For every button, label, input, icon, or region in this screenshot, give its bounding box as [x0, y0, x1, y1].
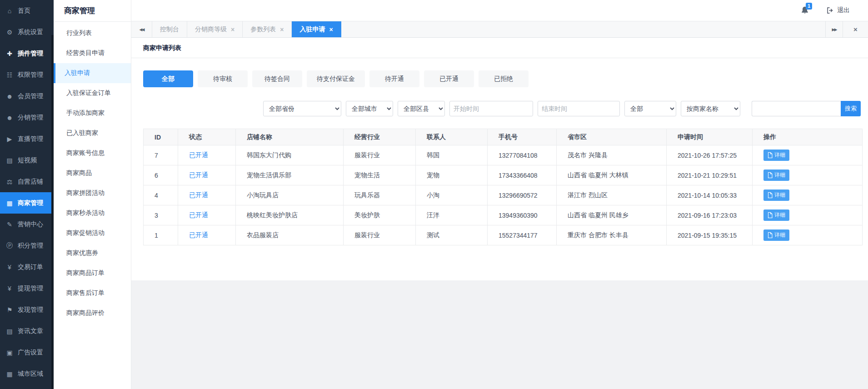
cell-id: 6 [144, 165, 178, 185]
submenu-item[interactable]: 商家商品评价 [54, 303, 131, 323]
document-icon [768, 172, 773, 178]
submenu-item[interactable]: 商家拼团活动 [54, 183, 131, 203]
detail-button[interactable]: 详细 [763, 170, 789, 181]
submenu-item[interactable]: 已入驻商家 [54, 123, 131, 143]
tab-close-icon[interactable]: × [329, 26, 333, 33]
status-filter-button[interactable]: 待签合同 [252, 70, 302, 87]
detail-button[interactable]: 详细 [763, 229, 789, 241]
detail-button[interactable]: 详细 [763, 150, 789, 161]
district-select[interactable]: 全部区县 [398, 101, 445, 116]
search-button[interactable]: 搜索 [841, 101, 861, 116]
detail-button-label: 详细 [774, 211, 785, 219]
sidebar-item-home[interactable]: ⌂首页 [0, 0, 54, 21]
sidebar-item-points[interactable]: Ⓟ积分管理 [0, 235, 54, 256]
tabs-scroll-right-button[interactable]: ▶▶ [825, 21, 843, 37]
notification-badge: 1 [806, 3, 812, 10]
table-row: 3已开通桃映红美妆护肤店美妆护肤汪洋13949360390山西省 临夏州 民雄乡… [144, 205, 863, 225]
status-filter-button[interactable]: 待支付保证金 [307, 70, 365, 87]
cell-id: 7 [144, 145, 178, 165]
sidebar-item-marketing[interactable]: ✎营销中心 [0, 214, 54, 235]
detail-button-label: 详细 [774, 171, 785, 179]
submenu-item[interactable]: 商家商品 [54, 163, 131, 183]
submenu-item[interactable]: 商家优惠券 [54, 243, 131, 263]
tab[interactable]: 分销商等级× [187, 21, 243, 37]
sidebar-item-label: 自营店铺 [18, 178, 43, 186]
status-filter-button[interactable]: 全部 [143, 70, 193, 87]
cell-phone: 13277084108 [488, 145, 557, 165]
sidebar-item-settings[interactable]: ⚙系统设置 [0, 21, 54, 43]
tab[interactable]: 控制台 [152, 21, 187, 37]
cell-status: 已开通 [178, 225, 236, 245]
submenu-item[interactable]: 经营类目申请 [54, 43, 131, 63]
submenu-item[interactable]: 商家促销活动 [54, 223, 131, 243]
detail-button[interactable]: 详细 [763, 190, 789, 201]
status-filter-button[interactable]: 已开通 [424, 70, 474, 87]
plugin-icon: ✚ [5, 50, 14, 57]
tab[interactable]: 入驻申请× [292, 21, 341, 37]
table-header-row: ID状态店铺名称经营行业联系人手机号省市区申请时间操作 [144, 129, 863, 145]
main-area: 1 退出 ◀◀ 控制台分销商等级×参数列表×入驻申请× ▶▶ × 商家申请列表 … [131, 0, 868, 389]
cell-id: 1 [144, 225, 178, 245]
sidebar-item-notice[interactable]: ✉消息通知 [0, 384, 54, 389]
cell-region: 山西省 临夏州 民雄乡 [557, 205, 667, 225]
column-header: 经营行业 [344, 129, 416, 145]
notification-button[interactable]: 1 [801, 6, 810, 15]
image-icon: ▣ [5, 349, 14, 356]
sidebar-item-live[interactable]: ▶直播管理 [0, 128, 54, 150]
sidebar-item-permission[interactable]: ☷权限管理 [0, 64, 54, 85]
keyword-input[interactable] [752, 101, 841, 116]
status-filter-button[interactable]: 待开通 [369, 70, 419, 87]
detail-button[interactable]: 详细 [763, 209, 789, 221]
submenu-item[interactable]: 行业列表 [54, 23, 131, 43]
sidebar-item-city[interactable]: ▦城市区域 [0, 363, 54, 384]
film-icon: ▤ [5, 157, 14, 164]
city-select[interactable]: 全部城市 [346, 101, 393, 116]
submenu-item[interactable]: 入驻申请 [54, 63, 131, 83]
submenu-item[interactable]: 商家账号信息 [54, 143, 131, 163]
sidebar-item-label: 发现管理 [18, 306, 43, 314]
sidebar-item-ads[interactable]: ▣广告设置 [0, 342, 54, 363]
cell-shop-name: 韩国东大门代购 [236, 145, 344, 165]
sidebar-item-members[interactable]: ☻会员管理 [0, 85, 54, 107]
tab-close-icon[interactable]: × [231, 26, 234, 33]
detail-button-label: 详细 [774, 151, 785, 159]
sub-sidebar: 商家管理 行业列表经营类目申请入驻申请入驻保证金订单手动添加商家已入驻商家商家账… [54, 0, 131, 389]
submenu-item[interactable]: 商家秒杀活动 [54, 203, 131, 223]
sidebar-item-news[interactable]: ▤资讯文章 [0, 320, 54, 342]
tab-close-icon[interactable]: × [280, 26, 284, 33]
top-header: 1 退出 [131, 0, 868, 21]
cell-apply-time: 2021-10-21 10:29:51 [667, 165, 753, 185]
tabs-close-all-button[interactable]: × [843, 21, 868, 37]
sidebar-item-plugins[interactable]: ✚插件管理 [0, 43, 54, 64]
sidebar-item-distribution[interactable]: ☻分销管理 [0, 107, 54, 128]
submenu-item[interactable]: 商家商品订单 [54, 263, 131, 283]
status-badge: 已开通 [189, 231, 208, 239]
sidebar-item-discover[interactable]: ⚑发现管理 [0, 299, 54, 320]
sidebar-item-merchant[interactable]: ▦商家管理 [0, 192, 54, 214]
cell-action: 详细 [753, 185, 863, 205]
sidebar-item-label: 积分管理 [18, 242, 43, 250]
sidebar-item-self-shop[interactable]: ⚖自营店铺 [0, 171, 54, 192]
submenu-item[interactable]: 手动添加商家 [54, 103, 131, 123]
status-filter-button[interactable]: 已拒绝 [479, 70, 529, 87]
start-time-input[interactable] [449, 101, 533, 116]
column-header: 状态 [178, 129, 236, 145]
sidebar-item-short-video[interactable]: ▤短视频 [0, 150, 54, 171]
cell-contact: 测试 [416, 225, 488, 245]
sidebar-item-trade[interactable]: ¥交易订单 [0, 256, 54, 278]
points-icon: Ⓟ [5, 242, 14, 250]
end-time-input[interactable] [538, 101, 620, 116]
sidebar-item-withdraw[interactable]: ¥提现管理 [0, 278, 54, 299]
submenu-item[interactable]: 入驻保证金订单 [54, 83, 131, 103]
tab[interactable]: 参数列表× [243, 21, 292, 37]
status-badge: 已开通 [189, 171, 208, 179]
province-select[interactable]: 全部省份 [263, 101, 341, 116]
tabs-scroll-left-button[interactable]: ◀◀ [131, 21, 152, 37]
cell-action: 详细 [753, 165, 863, 185]
status-filter-button[interactable]: 待审核 [198, 70, 248, 87]
submenu-item[interactable]: 商家售后订单 [54, 283, 131, 303]
search-type-select[interactable]: 按商家名称 [681, 101, 740, 116]
logout-button[interactable]: 退出 [826, 6, 850, 15]
tag-icon: ✎ [5, 221, 14, 228]
status-select[interactable]: 全部 [624, 101, 676, 116]
